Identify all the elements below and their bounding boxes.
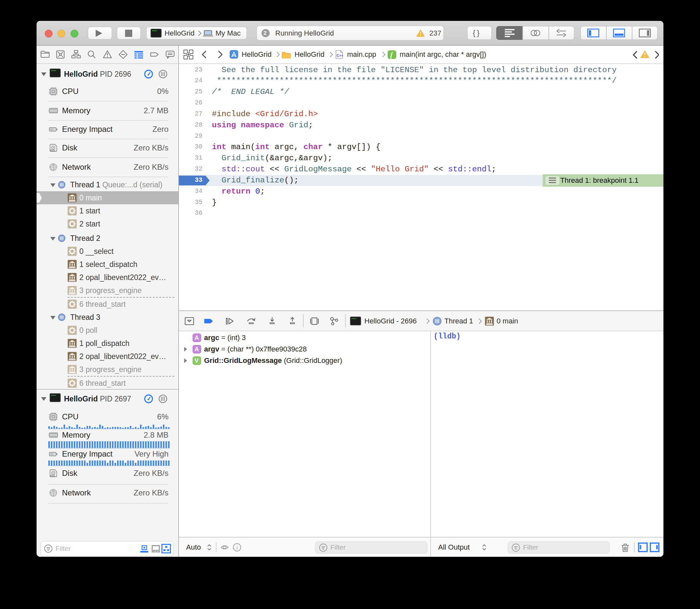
- svg-text:i: i: [236, 545, 238, 550]
- svg-text:C++: C++: [337, 53, 343, 57]
